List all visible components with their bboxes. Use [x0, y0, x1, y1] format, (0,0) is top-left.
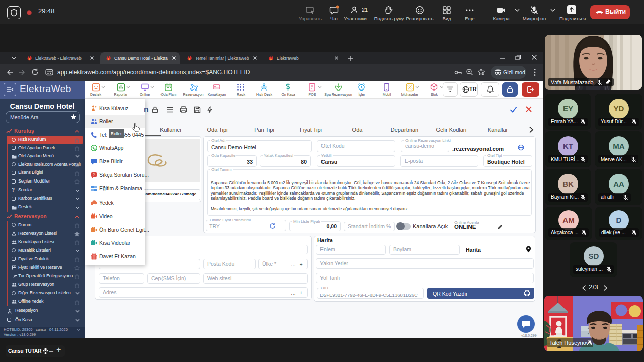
svg-text:?: ?: [93, 173, 95, 176]
